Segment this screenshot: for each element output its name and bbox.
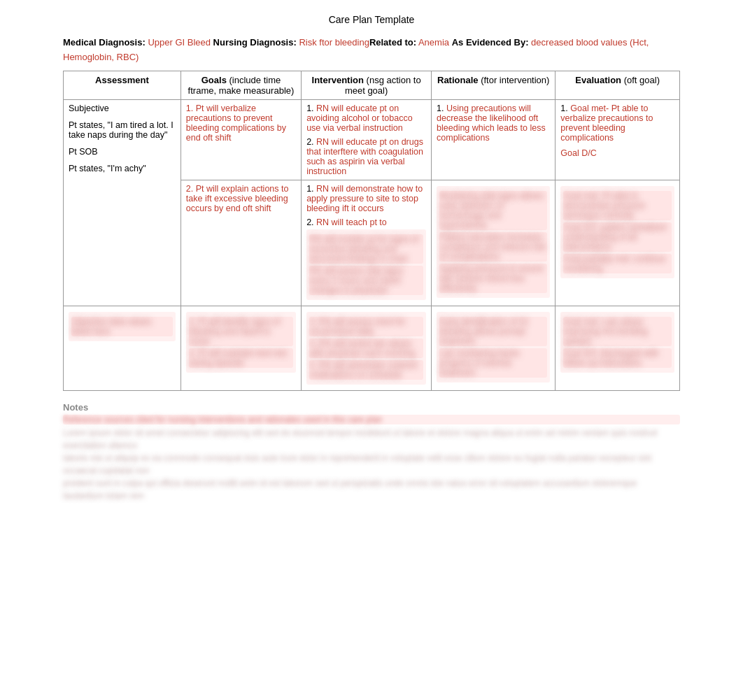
rationale-1-num: 1. bbox=[437, 103, 444, 113]
assessment-item-2: Pt SOB bbox=[69, 147, 176, 157]
intervention-cell-1: 1. RN will educate pt on avoiding alcoho… bbox=[302, 99, 432, 180]
goal-1-text: Pt will verbalize precautions to prevent… bbox=[186, 103, 286, 143]
goals-cell-3: 3. Pt will identify signs of bleeding an… bbox=[181, 306, 301, 390]
rationale-cell-1: 1. Using precautions will decrease the l… bbox=[432, 99, 556, 180]
goal-1-num: 1. bbox=[186, 103, 193, 113]
goal-2-num: 2. bbox=[186, 184, 193, 194]
header-rationale: Rationale (ftor intervention) bbox=[432, 71, 556, 99]
nursing-label: Nursing Diagnosis: bbox=[213, 37, 297, 48]
intervention-2-num: 2. bbox=[306, 137, 313, 147]
intervention-1-text: RN will educate pt on avoiding alcohol o… bbox=[306, 103, 413, 133]
header-goals: Goals (include time ftrame, make measura… bbox=[181, 71, 301, 99]
care-plan-table: Assessment Goals (include time ftrame, m… bbox=[63, 71, 680, 391]
nursing-value: Risk ftor bleeding bbox=[299, 37, 369, 48]
evaluation-blurred: Goal met- Pt able to demonstrate pressur… bbox=[560, 186, 674, 278]
intervention-1-num: 1. bbox=[306, 103, 313, 113]
intervention-3-text: RN will demonstrate how to apply pressur… bbox=[306, 184, 423, 213]
rationale-cell-3: Early identification of GI bleeding allo… bbox=[432, 306, 556, 390]
page-title: Care Plan Template bbox=[0, 0, 743, 36]
intervention-2-text: RN will educate pt on drugs that interft… bbox=[306, 137, 423, 176]
notes-blurred-content: Lorem ipsum dolor sit amet consectetur a… bbox=[63, 427, 680, 502]
related-label: Related to: bbox=[369, 37, 416, 48]
goals-cell-1: 1. Pt will verbalize precautions to prev… bbox=[181, 99, 301, 180]
related-value: Anemia bbox=[418, 37, 449, 48]
assessment-cell: Subjective Pt states, "I am tired a lot.… bbox=[64, 99, 181, 306]
notes-section: Notes Reference sources cited for nursin… bbox=[63, 397, 680, 508]
eval-1-text: Goal met- Pt able to verbalize precautio… bbox=[560, 103, 653, 143]
header-evaluation: Evaluation (oft goal) bbox=[556, 71, 680, 99]
evaluation-cell-3: Goal met- Lab values improving Hct trend… bbox=[556, 306, 680, 390]
rationale-blurred-3: Early identification of GI bleeding allo… bbox=[437, 312, 550, 383]
eval-1-goaldc: Goal D/C bbox=[560, 148, 596, 158]
rationale-blurred: Monitoring vital signs allows early dete… bbox=[437, 186, 550, 298]
goals-blurred-3: 3. Pt will identify signs of bleeding an… bbox=[186, 312, 296, 373]
notes-label: Notes bbox=[63, 402, 680, 413]
intervention-4-num: 2. bbox=[306, 217, 313, 227]
evidence-label: As Evidenced By: bbox=[452, 37, 529, 48]
evaluation-cell-2: Goal met- Pt able to demonstrate pressur… bbox=[556, 180, 680, 306]
evaluation-blurred-3: Goal met- Lab values improving Hct trend… bbox=[560, 312, 674, 373]
intervention-4-text: RN will teach pt to bbox=[316, 217, 387, 227]
goals-cell-2: 2. Pt will explain actions to take ift e… bbox=[181, 180, 301, 306]
intervention-blurred-3: 3. RN will assess stool for occult blood… bbox=[306, 312, 426, 385]
intervention-blurred: RN will monitor pt for signs of excessiv… bbox=[306, 229, 426, 300]
intervention-3-num: 1. bbox=[306, 184, 313, 194]
medical-label: Medical Diagnosis: bbox=[63, 37, 146, 48]
assessment-item-3: Pt states, "I'm achy" bbox=[69, 164, 176, 173]
table-row-1: Subjective Pt states, "I am tired a lot.… bbox=[64, 99, 680, 180]
notes-red-content: Reference sources cited for nursing inte… bbox=[63, 415, 680, 424]
header-intervention: Intervention (nsg action to meet goal) bbox=[302, 71, 432, 99]
medical-value: Upper GI Bleed bbox=[148, 37, 211, 48]
goal-2-text: Pt will explain actions to take ift exce… bbox=[186, 184, 289, 213]
eval-1-num: 1. bbox=[560, 103, 567, 113]
assessment-subjective-label: Subjective bbox=[69, 103, 176, 113]
rationale-cell-2: Monitoring vital signs allows early dete… bbox=[432, 180, 556, 306]
evaluation-cell-1: 1. Goal met- Pt able to verbalize precau… bbox=[556, 99, 680, 180]
diagnosis-section: Medical Diagnosis: Upper GI Bleed Nursin… bbox=[63, 36, 680, 65]
intervention-cell-2: 1. RN will demonstrate how to apply pres… bbox=[302, 180, 432, 306]
table-row-3: Objective data values listed here 3. Pt … bbox=[64, 306, 680, 390]
header-assessment: Assessment bbox=[64, 71, 181, 99]
assessment-item-1: Pt states, "I am tired a lot. I take nap… bbox=[69, 120, 176, 140]
assessment-cell-3: Objective data values listed here bbox=[64, 306, 181, 390]
rationale-1-text: Using precautions will decrease the like… bbox=[437, 103, 546, 143]
assessment-blurred: Objective data values listed here bbox=[69, 312, 176, 341]
intervention-cell-3: 3. RN will assess stool for occult blood… bbox=[302, 306, 432, 390]
